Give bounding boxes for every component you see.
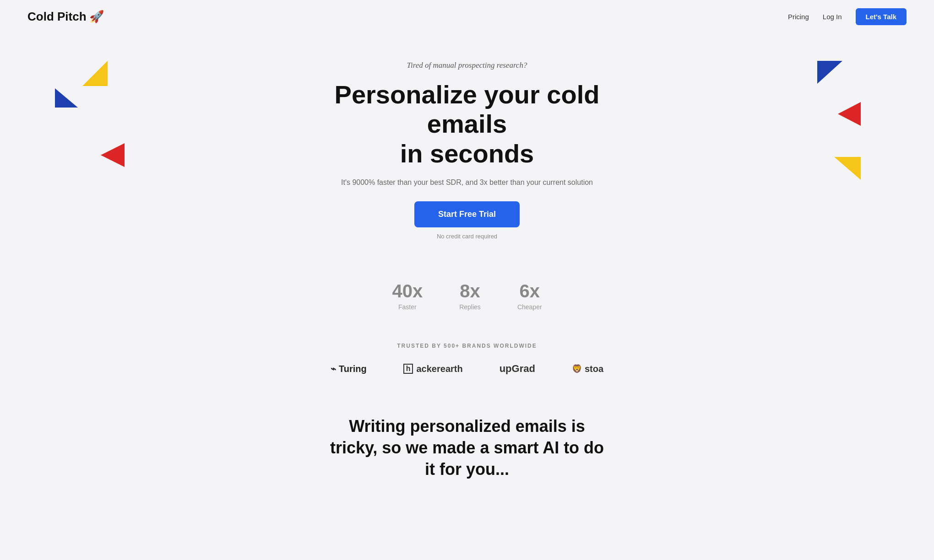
no-credit-card-text: No credit card required — [437, 233, 497, 240]
brand-logos: ⌁ Turing hackerearth upGrad 🦁 stoa — [331, 363, 603, 375]
stat-cheaper-number: 6x — [517, 281, 542, 302]
logo-text: Cold Pitch — [27, 10, 87, 24]
stoa-icon: 🦁 — [572, 364, 582, 374]
start-free-trial-button[interactable]: Start Free Trial — [414, 201, 520, 227]
brand-turing: ⌁ Turing — [331, 363, 367, 374]
rocket-icon: 🚀 — [89, 10, 104, 24]
hero-title-line2: in seconds — [400, 139, 534, 168]
hackerearth-icon: h — [403, 364, 413, 374]
lets-talk-button[interactable]: Let's Talk — [856, 8, 907, 25]
shape-blue-top-left — [55, 88, 78, 108]
brand-hackerearth: hackerearth — [403, 364, 463, 374]
shape-blue-top-right — [817, 61, 842, 84]
stat-replies: 8x Replies — [459, 281, 481, 311]
navbar: Cold Pitch 🚀 Pricing Log In Let's Talk — [0, 0, 934, 33]
stat-faster-label: Faster — [392, 303, 423, 311]
stats-section: 40x Faster 8x Replies 6x Cheaper — [0, 258, 934, 320]
stat-cheaper-label: Cheaper — [517, 303, 542, 311]
pricing-link[interactable]: Pricing — [788, 13, 809, 21]
login-link[interactable]: Log In — [823, 13, 842, 21]
hero-title: Personalize your cold emails in seconds — [307, 80, 627, 168]
nav-right: Pricing Log In Let's Talk — [788, 8, 907, 25]
shape-yellow-top-left — [82, 61, 108, 86]
trusted-label: TRUSTED BY 500+ BRANDS WORLDWIDE — [397, 343, 537, 349]
brand-upgrad: upGrad — [500, 363, 535, 375]
trusted-section: TRUSTED BY 500+ BRANDS WORLDWIDE ⌁ Turin… — [0, 320, 934, 388]
stat-cheaper: 6x Cheaper — [517, 281, 542, 311]
hero-title-line1: Personalize your cold emails — [335, 80, 600, 138]
bottom-title: Writing personalized emails is tricky, s… — [330, 416, 604, 480]
logo[interactable]: Cold Pitch 🚀 — [27, 10, 104, 24]
shape-red-left — [101, 143, 125, 167]
stat-replies-number: 8x — [459, 281, 481, 302]
stat-faster: 40x Faster — [392, 281, 423, 311]
brand-stoa: 🦁 stoa — [572, 364, 603, 374]
turing-icon: ⌁ — [331, 363, 336, 374]
shape-yellow-bottom-right — [834, 157, 861, 180]
hero-description: It's 9000% faster than your best SDR, an… — [341, 178, 593, 187]
hero-subtitle: Tired of manual prospecting research? — [407, 61, 527, 70]
bottom-section: Writing personalized emails is tricky, s… — [0, 388, 934, 494]
upgrad-label: upGrad — [500, 363, 535, 375]
shape-red-top-right — [838, 102, 861, 126]
hero-section: Tired of manual prospecting research? Pe… — [0, 33, 934, 258]
stat-faster-number: 40x — [392, 281, 423, 302]
stat-replies-label: Replies — [459, 303, 481, 311]
hackerearth-label: ackerearth — [416, 364, 462, 374]
turing-label: Turing — [339, 364, 367, 374]
stoa-label: stoa — [585, 364, 603, 374]
